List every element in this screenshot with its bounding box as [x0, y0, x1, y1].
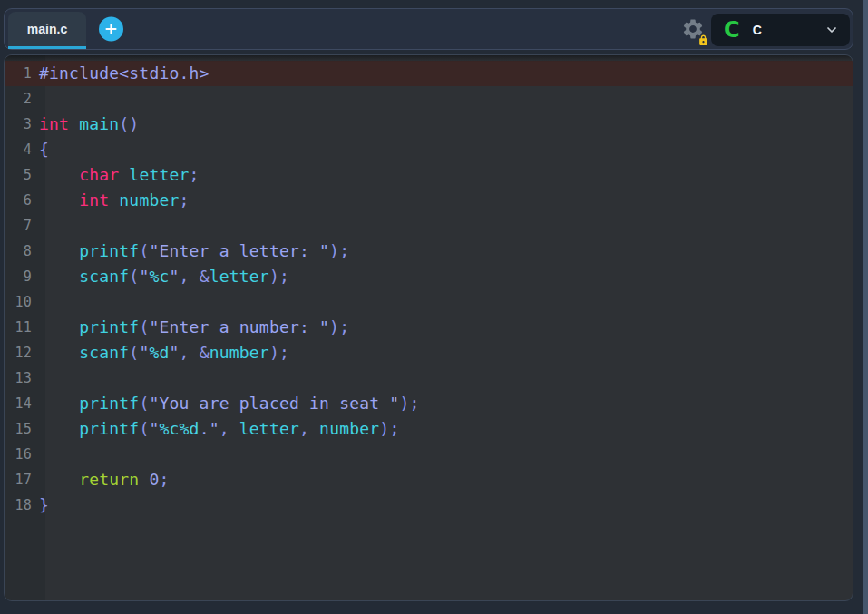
- line-number: 9: [5, 264, 32, 289]
- code-line-text: scanf("%d", &number);: [32, 340, 289, 365]
- code-line-text: #include<stdio.h>: [32, 61, 210, 86]
- code-line[interactable]: 9 scanf("%c", &letter);: [5, 264, 853, 289]
- code-line-text: int main(): [32, 112, 139, 137]
- plus-icon: [104, 23, 118, 36]
- code-line[interactable]: 4{: [5, 137, 853, 162]
- code-line[interactable]: 2: [5, 86, 853, 112]
- code-line-text: scanf("%c", &letter);: [32, 264, 289, 289]
- code-line[interactable]: 17 return 0;: [5, 467, 853, 492]
- code-line[interactable]: 3int main(): [5, 112, 853, 137]
- line-number: 11: [5, 315, 32, 340]
- lock-icon: [697, 34, 709, 46]
- line-number: 1: [5, 61, 32, 86]
- code-line-text: return 0;: [32, 467, 170, 492]
- line-number: 2: [5, 86, 32, 112]
- line-number: 10: [5, 289, 32, 315]
- code-line-active[interactable]: 1#include<stdio.h>: [5, 61, 853, 86]
- line-number: 16: [5, 442, 32, 467]
- code-line[interactable]: 15 printf("%c%d.", letter, number);: [5, 416, 853, 442]
- code-line-text: }: [32, 492, 49, 518]
- code-line-text: [32, 213, 39, 239]
- line-number: 17: [5, 467, 32, 492]
- line-number: 3: [5, 112, 32, 137]
- line-number: 5: [5, 162, 32, 188]
- code-line-text: {: [32, 137, 49, 162]
- tab-label: main.c: [27, 22, 67, 36]
- line-number: 13: [5, 365, 32, 391]
- code-line[interactable]: 12 scanf("%d", &number);: [5, 340, 853, 365]
- line-number: 6: [5, 188, 32, 213]
- line-number: 14: [5, 391, 32, 416]
- line-number: 18: [5, 492, 32, 518]
- code-line-text: printf("Enter a number: ");: [32, 315, 349, 340]
- code-line-text: char letter;: [32, 162, 200, 188]
- code-line[interactable]: 5 char letter;: [5, 162, 853, 188]
- code-lines: 1#include<stdio.h>23int main()4{5 char l…: [5, 61, 853, 518]
- code-line-text: printf("You are placed in seat ");: [32, 391, 419, 416]
- toolbar: main.c C C: [4, 8, 853, 50]
- line-number: 7: [5, 213, 32, 239]
- code-line-text: [32, 365, 39, 391]
- code-line-text: [32, 442, 39, 467]
- code-line[interactable]: 16: [5, 442, 853, 467]
- language-selector[interactable]: C C: [711, 14, 850, 46]
- code-line[interactable]: 13: [5, 365, 853, 391]
- code-line[interactable]: 14 printf("You are placed in seat ");: [5, 391, 853, 416]
- tab-main-c[interactable]: main.c: [8, 12, 86, 49]
- line-number: 15: [5, 416, 32, 442]
- add-tab-button[interactable]: [99, 17, 123, 42]
- page-scrollbar[interactable]: [863, 0, 868, 614]
- code-line[interactable]: 8 printf("Enter a letter: ");: [5, 239, 853, 264]
- chevron-down-icon: [824, 23, 839, 37]
- code-line-text: printf("Enter a letter: ");: [32, 239, 349, 264]
- code-line[interactable]: 11 printf("Enter a number: ");: [5, 315, 853, 340]
- code-editor[interactable]: 1#include<stdio.h>23int main()4{5 char l…: [4, 54, 853, 601]
- line-number: 4: [5, 137, 32, 162]
- code-line[interactable]: 6 int number;: [5, 188, 853, 213]
- code-line[interactable]: 10: [5, 289, 853, 315]
- code-line-text: int number;: [32, 188, 190, 213]
- line-number: 12: [5, 340, 32, 365]
- line-number: 8: [5, 239, 32, 264]
- code-line[interactable]: 18}: [5, 492, 853, 518]
- language-selected-label: C: [753, 23, 762, 37]
- code-line-text: printf("%c%d.", letter, number);: [32, 416, 399, 442]
- code-line-text: [32, 86, 39, 112]
- code-line[interactable]: 7: [5, 213, 853, 239]
- settings-button[interactable]: [681, 17, 705, 41]
- code-line-text: [32, 289, 39, 315]
- c-language-logo: C: [724, 19, 740, 41]
